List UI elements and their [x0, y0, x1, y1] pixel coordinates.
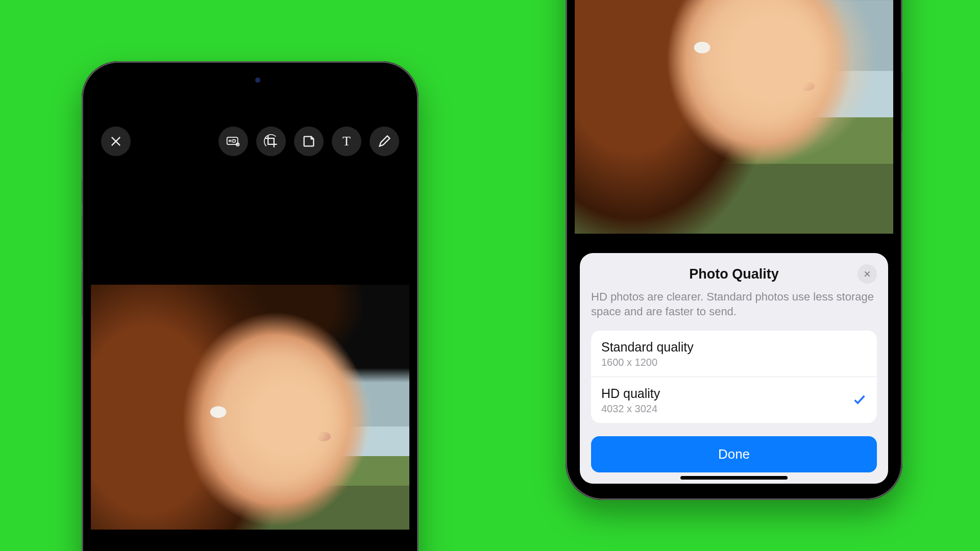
- photo-preview: [575, 0, 893, 234]
- power-button: [901, 71, 902, 133]
- pencil-icon: [377, 134, 391, 148]
- sheet-header: Photo Quality: [591, 266, 877, 282]
- option-standard-quality[interactable]: Standard quality 1600 x 1200: [591, 331, 877, 377]
- sheet-title: Photo Quality: [689, 266, 779, 282]
- draw-button[interactable]: [370, 127, 399, 156]
- checkmark-icon: [852, 392, 867, 409]
- volume-down-button: [82, 270, 83, 316]
- text-icon: T: [342, 134, 351, 149]
- sheet-description: HD photos are clearer. Standard photos u…: [591, 289, 877, 319]
- volume-up-button: [82, 214, 83, 260]
- option-label: Standard quality: [601, 340, 867, 355]
- silence-switch: [82, 179, 83, 204]
- camera-dot: [255, 78, 260, 83]
- close-icon: [863, 270, 871, 278]
- sheet-close-button[interactable]: [857, 264, 877, 284]
- phone-screen-left: T: [91, 70, 409, 551]
- option-resolution: 1600 x 1200: [601, 357, 867, 368]
- photo-preview[interactable]: [91, 285, 409, 530]
- option-hd-quality[interactable]: HD quality 4032 x 3024: [591, 377, 877, 423]
- tool-cluster: T: [218, 127, 399, 156]
- photo-quality-sheet: Photo Quality HD photos are clearer. Sta…: [580, 253, 888, 484]
- notch: [199, 70, 301, 90]
- hd-quality-button[interactable]: [218, 127, 248, 156]
- sticker-icon: [302, 134, 316, 148]
- phone-screen-right: Photo Quality HD photos are clearer. Sta…: [575, 0, 893, 491]
- crop-icon: [264, 134, 278, 148]
- home-indicator[interactable]: [680, 476, 788, 480]
- option-label: HD quality: [601, 386, 852, 401]
- close-button[interactable]: [101, 127, 131, 156]
- option-resolution: 4032 x 3024: [601, 403, 852, 415]
- hd-icon: [226, 134, 240, 148]
- editor-toolbar: T: [91, 127, 409, 156]
- svg-rect-0: [227, 137, 238, 144]
- quality-options: Standard quality 1600 x 1200 HD quality …: [591, 331, 877, 423]
- phone-mockup-left: T: [82, 61, 419, 551]
- crop-rotate-button[interactable]: [256, 127, 286, 156]
- phone-mockup-right: Photo Quality HD photos are clearer. Sta…: [566, 0, 902, 500]
- done-button[interactable]: Done: [591, 436, 877, 472]
- text-button[interactable]: T: [332, 127, 361, 156]
- close-icon: [109, 134, 123, 148]
- sticker-button[interactable]: [294, 127, 324, 156]
